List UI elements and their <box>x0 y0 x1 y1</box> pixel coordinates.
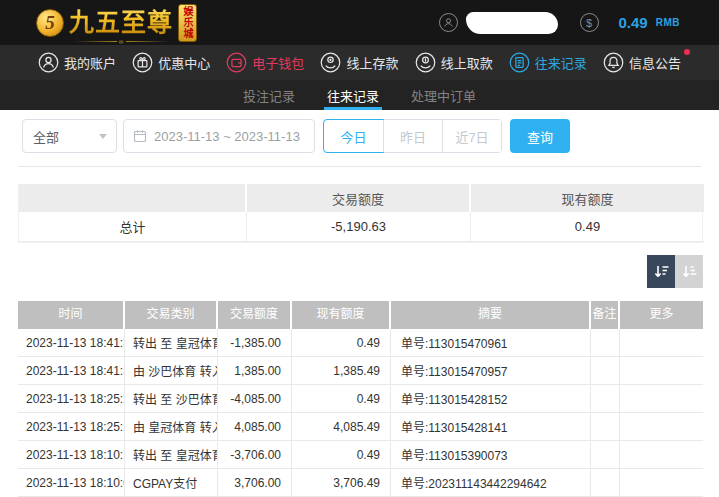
cell-time: 2023-11-13 18:41:38 <box>18 329 125 357</box>
nav-label: 我的账户 <box>64 53 116 72</box>
tab-transaction-records[interactable]: 往来记录 <box>324 80 382 110</box>
cell-more <box>620 441 703 469</box>
dollar-icon: $ <box>580 13 599 32</box>
cell-balance: 3,706.49 <box>292 469 391 497</box>
col-type: 交易类别 <box>125 301 218 329</box>
col-balance: 现有额度 <box>292 301 391 329</box>
logo-coin-icon: 5 <box>36 9 64 37</box>
col-more: 更多 <box>620 301 703 329</box>
date-range-input[interactable]: 2023-11-13 ~ 2023-11-13 <box>123 119 315 153</box>
cell-summary: 单号:113015470961 <box>391 329 591 357</box>
balance-amount: 0.49 <box>619 14 648 31</box>
cell-summary: 单号:113015428141 <box>391 413 591 441</box>
cell-more <box>620 329 703 357</box>
sort-asc-icon <box>681 263 698 280</box>
logo[interactable]: 5 九五至尊 ∞ 娱乐城 <box>36 2 197 44</box>
tab-bet-records[interactable]: 投注记录 <box>240 80 298 110</box>
cell-amount: -4,085.00 <box>218 385 292 413</box>
section-divider <box>18 166 701 167</box>
sort-asc-button[interactable] <box>675 255 703 288</box>
table-row: 2023-11-13 18:10:19 转出 至 皇冠体育 -3,706.00 … <box>18 441 703 469</box>
cell-amount: -3,706.00 <box>218 441 292 469</box>
yesterday-button[interactable]: 昨日 <box>383 120 442 152</box>
sort-desc-icon <box>653 263 670 280</box>
user-icon[interactable] <box>439 13 458 32</box>
tab-pending-orders[interactable]: 处理中订单 <box>408 80 479 110</box>
nav-item-my-account[interactable]: 我的账户 <box>38 52 116 73</box>
nav-item-deposit[interactable]: 线上存款 <box>320 52 398 73</box>
nav-label: 线上存款 <box>346 53 398 72</box>
cell-balance: 0.49 <box>292 441 391 469</box>
nav-item-withdraw[interactable]: 线上取款 <box>415 52 493 73</box>
cell-amount: 1,385.00 <box>218 357 292 385</box>
quick-date-group: 今日 昨日 近7日 <box>323 119 502 153</box>
nav-item-announcements[interactable]: 信息公告 <box>603 52 681 73</box>
notification-dot <box>684 49 690 55</box>
nav-item-e-wallet[interactable]: 电子钱包 <box>226 52 304 73</box>
cell-more <box>620 469 703 497</box>
table-row: 2023-11-13 18:25:22 由 皇冠体育 转入 4,085.00 4… <box>18 413 703 441</box>
cell-balance: 0.49 <box>292 329 391 357</box>
logo-flourish: ∞ <box>73 39 169 44</box>
gift-icon <box>132 52 153 73</box>
col-summary: 摘要 <box>391 301 591 329</box>
cell-note <box>591 385 620 413</box>
transactions-table: 时间 交易类别 交易额度 现有额度 摘要 备注 更多 2023-11-13 18… <box>18 301 703 497</box>
calendar-icon <box>133 129 147 143</box>
type-select[interactable]: 全部 <box>22 119 117 153</box>
balance-currency: RMB <box>656 17 680 28</box>
col-time: 时间 <box>18 301 125 329</box>
cell-summary: 单号:202311143442294642 <box>391 469 591 497</box>
col-note: 备注 <box>591 301 620 329</box>
table-header: 时间 交易类别 交易额度 现有额度 摘要 备注 更多 <box>18 301 703 329</box>
chevron-down-icon <box>99 134 107 139</box>
logo-badge: 娱乐城 <box>178 4 197 42</box>
cell-note <box>591 357 620 385</box>
cell-amount: 3,706.00 <box>218 469 292 497</box>
user-area: $ 0.49 RMB <box>439 0 680 45</box>
cell-more <box>620 357 703 385</box>
cell-time: 2023-11-13 18:25:22 <box>18 413 125 441</box>
wallet-icon <box>226 52 247 73</box>
cell-time: 2023-11-13 18:10:19 <box>18 441 125 469</box>
summary-table: 交易额度 现有额度 总计 -5,190.63 0.49 <box>18 184 703 243</box>
withdraw-icon <box>415 52 436 73</box>
sort-desc-button[interactable] <box>647 255 675 288</box>
cell-balance: 0.49 <box>292 385 391 413</box>
table-row: 2023-11-13 18:41:38 转出 至 皇冠体育 -1,385.00 … <box>18 329 703 357</box>
cell-summary: 单号:113015390073 <box>391 441 591 469</box>
cell-note <box>591 413 620 441</box>
user-icon <box>38 52 59 73</box>
cell-summary: 单号:113015428152 <box>391 385 591 413</box>
cell-time: 2023-11-13 18:41:38 <box>18 357 125 385</box>
today-button[interactable]: 今日 <box>323 119 384 153</box>
nav-label: 往来记录 <box>535 53 587 72</box>
filter-row: 全部 2023-11-13 ~ 2023-11-13 今日 昨日 近7日 查询 <box>22 119 719 153</box>
cell-amount: 4,085.00 <box>218 413 292 441</box>
last7days-button[interactable]: 近7日 <box>442 120 501 152</box>
col-amount: 交易额度 <box>218 301 292 329</box>
summary-balance-total: 0.49 <box>471 212 704 242</box>
logo-title: 九五至尊 <box>69 2 173 38</box>
cell-time: 2023-11-13 18:10:09 <box>18 469 125 497</box>
table-row: 2023-11-13 18:25:22 转出 至 沙巴体育 -4,085.00 … <box>18 385 703 413</box>
app-header: 5 九五至尊 ∞ 娱乐城 $ 0.49 RMB <box>0 0 719 45</box>
summary-total-label: 总计 <box>19 212 247 242</box>
cell-more <box>620 385 703 413</box>
date-range-value: 2023-11-13 ~ 2023-11-13 <box>154 129 300 144</box>
records-icon <box>509 52 530 73</box>
nav-item-promotions[interactable]: 优惠中心 <box>132 52 210 73</box>
nav-item-transaction-records[interactable]: 往来记录 <box>509 52 587 73</box>
nav-label: 优惠中心 <box>158 53 210 72</box>
search-button[interactable]: 查询 <box>510 119 570 153</box>
cell-balance: 1,385.49 <box>292 357 391 385</box>
type-select-value: 全部 <box>33 127 59 146</box>
cell-type: 转出 至 沙巴体育 <box>125 385 218 413</box>
summary-header-blank <box>19 184 247 212</box>
summary-header-trade: 交易额度 <box>247 184 471 212</box>
cell-type: 由 沙巴体育 转入 <box>125 357 218 385</box>
cell-balance: 4,085.49 <box>292 413 391 441</box>
bell-icon <box>603 52 624 73</box>
cell-type: CGPAY支付 <box>125 469 218 497</box>
cell-type: 转出 至 皇冠体育 <box>125 329 218 357</box>
